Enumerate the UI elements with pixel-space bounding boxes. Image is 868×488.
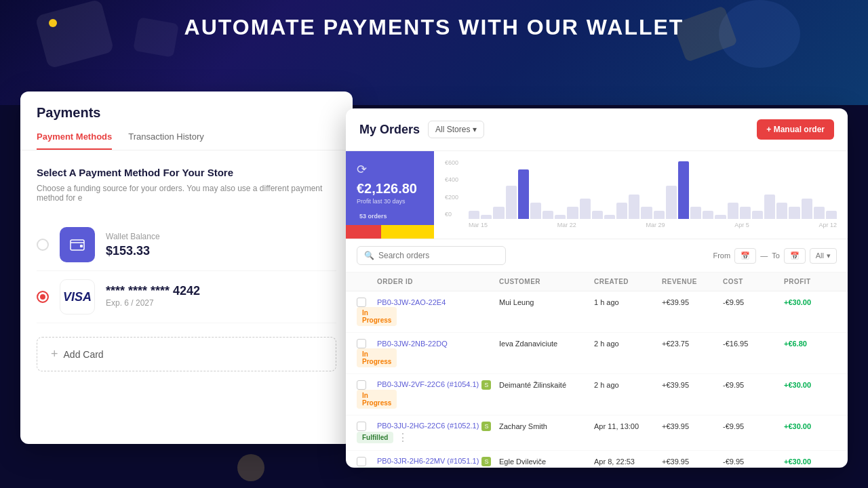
row-revenue: +€39.95: [662, 458, 723, 466]
store-label: All Stores: [435, 125, 470, 134]
chart-bar: [592, 211, 603, 219]
row-checkbox[interactable]: [357, 298, 377, 307]
row-customer: Zachary Smith: [499, 422, 594, 430]
add-card-label: Add Card: [64, 349, 104, 360]
calendar-icon-2: 📅: [790, 251, 800, 260]
y-label-200: €200: [445, 194, 458, 201]
row-profit: +€30.00: [784, 422, 848, 430]
row-status: In Progress: [357, 307, 377, 326]
card-info: **** **** **** 4242 Exp. 6 / 2027: [106, 284, 336, 310]
status-filter[interactable]: All ▾: [810, 248, 837, 264]
wallet-radio[interactable]: [37, 239, 49, 251]
shopify-icon: S: [481, 422, 491, 431]
status-badge: In Progress: [357, 348, 397, 367]
payments-tabs: Payment Methods Transaction History: [37, 131, 336, 150]
chart-orders-count: 53 orders: [357, 211, 423, 220]
th-order-id: ORDER ID: [377, 278, 499, 285]
card-option[interactable]: VISA **** **** **** 4242 Exp. 6 / 2027: [37, 271, 336, 323]
table-row[interactable]: PB0-3JW-2AO-22E4 Mui Leung 1 h ago +€39.…: [346, 291, 848, 333]
chart-area: ⟳ €2,126.80 Profit last 30 days 53 order…: [346, 151, 848, 239]
chart-bar: [826, 211, 837, 219]
row-revenue: +€23.75: [662, 340, 723, 348]
payments-header: Payments Payment Methods Transaction His…: [20, 92, 353, 150]
chart-summary-value: €2,126.80: [357, 181, 423, 197]
row-cost: -€16.95: [723, 340, 784, 348]
search-box[interactable]: 🔍: [357, 246, 506, 265]
more-options-button[interactable]: ⋮: [397, 431, 408, 444]
manual-order-button[interactable]: + Manual order: [757, 119, 834, 140]
orders-title: My Orders: [359, 123, 420, 137]
table-row[interactable]: PB0-3JR-2H6-22MV (#1051.1)S Egle Dvilevi…: [346, 451, 848, 468]
x-label-apr5: Apr 5: [734, 222, 749, 228]
visa-icon-box: VISA: [60, 279, 95, 314]
th-checkbox: [357, 278, 377, 285]
table-row[interactable]: PB0-3JW-2NB-22DQ Ieva Zdanaviciute 2 h a…: [346, 333, 848, 374]
chart-bar: [469, 211, 479, 219]
bg-decor-shape-5: [237, 454, 264, 481]
row-checkbox[interactable]: [357, 380, 377, 390]
row-status: In Progress: [357, 348, 377, 367]
wallet-info: Wallet Balance $153.33: [106, 232, 336, 258]
row-status: Fulfilled ⋮: [357, 431, 377, 444]
chart-bar: [518, 169, 529, 219]
add-icon: +: [51, 347, 58, 361]
status-badge: In Progress: [357, 307, 397, 326]
th-cost: COST: [723, 278, 784, 285]
chart-bar: [764, 195, 775, 219]
chart-bar: [641, 207, 652, 219]
row-created: 2 h ago: [594, 340, 662, 348]
chart-bar: [493, 207, 504, 219]
chart-bar: [542, 211, 553, 219]
chart-bar: [752, 211, 763, 219]
orders-header: My Orders All Stores ▾ + Manual order: [346, 108, 848, 151]
hero-title: AUTOMATE PAYMENTS WITH OUR WALLET: [0, 15, 868, 40]
wallet-option[interactable]: Wallet Balance $153.33: [37, 219, 336, 271]
chart-summary: ⟳ €2,126.80 Profit last 30 days 53 order…: [346, 151, 434, 239]
store-dropdown[interactable]: All Stores ▾: [428, 121, 484, 138]
search-input[interactable]: [378, 251, 498, 260]
row-checkbox[interactable]: [357, 422, 377, 431]
tab-payment-methods[interactable]: Payment Methods: [37, 131, 112, 150]
row-profit: +€30.00: [784, 298, 848, 306]
row-profit: +€6.80: [784, 340, 848, 348]
from-label: From: [713, 251, 730, 260]
from-date[interactable]: 📅: [734, 248, 756, 264]
table-row[interactable]: PB0-3JW-2VF-22C6 (#1054.1)S Deimanté Žil…: [346, 374, 848, 415]
row-cost: -€9.95: [723, 381, 784, 389]
row-order-id: PB0-3JU-2HG-22C6 (#1052.1)S: [377, 422, 499, 431]
svg-rect-1: [80, 245, 83, 247]
payments-body: Select A Payment Method For Your Store C…: [20, 150, 353, 388]
row-status: Fulfilled ⋮: [357, 466, 377, 468]
add-card-button[interactable]: + Add Card: [37, 337, 336, 371]
card-number: **** **** **** 4242: [106, 284, 336, 298]
row-checkbox[interactable]: [357, 339, 377, 348]
x-label-apr12: Apr 12: [818, 222, 837, 228]
chart-bar: [616, 203, 627, 219]
row-checkbox[interactable]: [357, 457, 377, 466]
status-badge: Fulfilled: [357, 432, 393, 443]
table-toolbar: 🔍 From 📅 — To 📅 All ▾: [346, 239, 848, 272]
more-options-button[interactable]: ⋮: [397, 466, 408, 468]
row-customer: Deimanté Žilinskaité: [499, 381, 594, 389]
th-created: CREATED: [594, 278, 662, 285]
chart-bar: [690, 207, 701, 219]
table-row[interactable]: PB0-3JU-2HG-22C6 (#1052.1)S Zachary Smit…: [346, 415, 848, 451]
tab-transaction-history[interactable]: Transaction History: [128, 131, 204, 150]
chart-bar: [555, 215, 566, 219]
th-profit: PROFIT: [784, 278, 848, 285]
row-customer: Mui Leung: [499, 298, 594, 306]
chevron-down-icon-2: ▾: [827, 251, 831, 260]
to-date[interactable]: 📅: [784, 248, 806, 264]
section-desc: Choose a funding source for your orders.…: [37, 184, 336, 203]
row-cost: -€9.95: [723, 422, 784, 430]
row-revenue: +€39.95: [662, 298, 723, 306]
section-title: Select A Payment Method For Your Store: [37, 167, 336, 178]
payments-title: Payments: [37, 105, 336, 121]
th-revenue: REVENUE: [662, 278, 723, 285]
chart-bar: [740, 207, 751, 219]
row-created: Apr 11, 13:00: [594, 422, 662, 430]
chart-summary-label: Profit last 30 days: [357, 198, 423, 205]
table-header: ORDER ID CUSTOMER CREATED REVENUE COST P…: [346, 272, 848, 291]
card-radio[interactable]: [37, 291, 49, 303]
chart-summary-bar: [346, 225, 434, 239]
